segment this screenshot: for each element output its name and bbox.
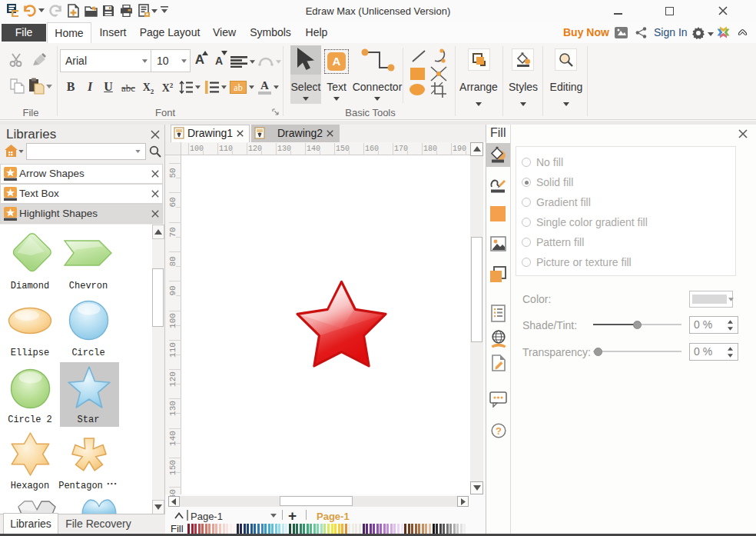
svg-text:?: ? bbox=[496, 425, 502, 437]
